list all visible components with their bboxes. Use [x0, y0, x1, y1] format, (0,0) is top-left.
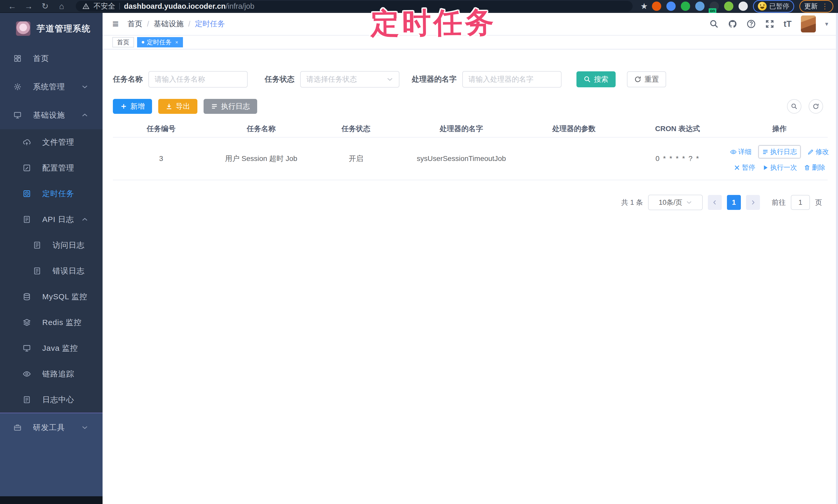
github-icon[interactable]: [728, 19, 737, 29]
browser-back-icon[interactable]: ←: [5, 2, 20, 11]
sidebar-item-redis-监控[interactable]: Redis 监控: [0, 309, 103, 335]
search-icon: [584, 76, 591, 83]
sidebar-item-配置管理[interactable]: 配置管理: [0, 155, 103, 181]
browser-forward-icon[interactable]: →: [21, 2, 36, 11]
ext-green-leaf-icon[interactable]: [724, 2, 733, 11]
browser-refresh-icon[interactable]: ↻: [38, 1, 53, 11]
action-暂停[interactable]: 暂停: [734, 163, 755, 172]
breadcrumb-item[interactable]: 基础设施: [154, 19, 184, 29]
sidebar-item-研发工具[interactable]: 研发工具: [0, 413, 103, 442]
action-执行日志[interactable]: 执行日志: [758, 145, 801, 158]
action-详细[interactable]: 详细: [730, 147, 752, 156]
ext-puzzle-icon[interactable]: [738, 2, 748, 11]
sidebar-item-链路追踪[interactable]: 链路追踪: [0, 361, 103, 387]
page-content: 任务名称 请输入任务名称 任务状态 请选择任务状态 处理器的名字 请输入处理器的…: [103, 50, 838, 504]
action-删除[interactable]: 删除: [804, 163, 825, 172]
ext-green-check-icon[interactable]: [681, 2, 690, 11]
refresh-icon: [813, 103, 819, 110]
close-tag-icon[interactable]: ×: [175, 39, 178, 45]
sidebar-item-java-监控[interactable]: Java 监控: [0, 335, 103, 361]
refresh-table-button[interactable]: [809, 99, 823, 113]
export-button[interactable]: 导出: [158, 99, 197, 114]
ext-blue-cube-icon[interactable]: [695, 2, 704, 11]
help-icon[interactable]: [747, 19, 756, 29]
table-row: 3用户 Session 超时 Job开启sysUserSessionTimeou…: [113, 138, 828, 180]
sidebar-item-label: 文件管理: [42, 137, 74, 148]
job-log-button[interactable]: 执行日志: [204, 99, 257, 114]
sidebar-item-错误日志[interactable]: 错误日志: [0, 258, 103, 284]
sidebar-item-日志中心[interactable]: 日志中心: [0, 387, 103, 413]
job-name-cell-text: 用户 Session 超时 Job: [225, 155, 297, 162]
tag-view-active[interactable]: 定时任务×: [137, 37, 183, 48]
add-button[interactable]: 新增: [113, 99, 152, 114]
doc-icon: [23, 396, 31, 404]
download-icon: [165, 103, 173, 110]
sidebar-item-首页[interactable]: 首页: [0, 44, 103, 73]
action-label: 修改: [816, 147, 829, 156]
toggle-search-button[interactable]: [787, 99, 801, 113]
sidebar-item-基础设施[interactable]: 基础设施: [0, 101, 103, 129]
actions-line: 暂停执行一次删除: [734, 163, 825, 172]
chevron-up-icon: [82, 112, 88, 119]
job-status-select[interactable]: 请选择任务状态: [300, 71, 399, 88]
extension-on-badge: on: [709, 8, 716, 13]
job-name-input[interactable]: 请输入任务名称: [149, 71, 248, 88]
not-secure-warning-icon: [83, 3, 89, 10]
browser-update-button[interactable]: 更新 ⋮: [799, 0, 833, 13]
browser-menu-icon[interactable]: ⋮: [821, 2, 828, 11]
action-执行一次[interactable]: 执行一次: [762, 163, 797, 172]
breadcrumb-separator: /: [188, 20, 190, 28]
page-scrollbar[interactable]: [836, 13, 838, 504]
breadcrumb: 首页/基础设施/定时任务: [127, 19, 225, 29]
ext-dark-switch-icon[interactable]: on: [710, 2, 719, 11]
prev-page-button[interactable]: [708, 195, 722, 210]
reset-button[interactable]: 重置: [627, 71, 666, 87]
bookmark-star-icon[interactable]: ★: [640, 1, 648, 11]
sidebar-item-定时任务[interactable]: 定时任务: [0, 181, 103, 206]
fullscreen-icon[interactable]: [765, 19, 774, 29]
sidebar-logo[interactable]: 芋道管理系统: [0, 13, 103, 44]
list-icon: [211, 103, 218, 110]
handler-name-cell-text: sysUserSessionTimeoutJob: [417, 153, 506, 165]
user-avatar[interactable]: [801, 15, 816, 33]
job-id-cell: 3: [113, 152, 209, 165]
font-size-icon[interactable]: tT: [784, 19, 792, 29]
url-domain: dashboard.yudao.iocoder.cn: [124, 2, 226, 10]
sidebar: 芋道管理系统 首页系统管理基础设施文件管理配置管理定时任务API 日志访问日志错…: [0, 13, 103, 504]
sidebar-item-label: API 日志: [42, 214, 74, 225]
sidebar-item-label: 系统管理: [33, 82, 65, 92]
page-number-current[interactable]: 1: [727, 195, 741, 210]
sidebar-item-label: 研发工具: [33, 422, 65, 433]
jobs-table: 任务编号任务名称任务状态处理器的名字处理器的参数CRON 表达式操作3用户 Se…: [113, 121, 828, 180]
browser-home-icon[interactable]: ⌂: [54, 2, 69, 11]
not-secure-label: 不安全: [93, 1, 115, 11]
ext-orange-ring-icon[interactable]: [652, 2, 661, 11]
handler-name-input[interactable]: 请输入处理器的名字: [462, 71, 561, 88]
sidebar-item-访问日志[interactable]: 访问日志: [0, 232, 103, 258]
next-page-button[interactable]: [746, 195, 760, 210]
sidebar-item-系统管理[interactable]: 系统管理: [0, 73, 103, 101]
sidebar-item-api-日志[interactable]: API 日志: [0, 206, 103, 232]
sidebar-item-label: 基础设施: [33, 110, 65, 121]
breadcrumb-item[interactable]: 首页: [127, 19, 142, 29]
filter-form: 任务名称 请输入任务名称 任务状态 请选择任务状态 处理器的名字 请输入处理器的…: [113, 71, 828, 88]
profile-paused-pill[interactable]: 已暂停: [753, 0, 794, 13]
page-size-select[interactable]: 10条/页: [648, 195, 703, 210]
gear-icon: [13, 83, 22, 91]
goto-page-input[interactable]: 1: [791, 195, 810, 210]
active-dot-icon: [142, 41, 144, 43]
address-bar[interactable]: 不安全 dashboard.yudao.iocoder.cn/infra/job: [76, 1, 633, 12]
search-button[interactable]: 搜索: [576, 71, 616, 87]
action-修改[interactable]: 修改: [807, 147, 829, 156]
collapse-menu-icon[interactable]: ≡: [112, 18, 119, 30]
ext-blue-drop-icon[interactable]: [666, 2, 676, 11]
sidebar-item-文件管理[interactable]: 文件管理: [0, 129, 103, 155]
sidebar-item-mysql-监控[interactable]: MySQL 监控: [0, 284, 103, 309]
avatar-caret-icon[interactable]: ▾: [825, 20, 828, 28]
doc-icon: [33, 241, 41, 249]
tag-view-item[interactable]: 首页: [112, 37, 134, 48]
sidebar-item-label: 日志中心: [42, 395, 74, 405]
app-header: ≡ 首页/基础设施/定时任务 tT ▾: [103, 13, 838, 36]
briefcase-icon: [13, 424, 22, 432]
header-search-icon[interactable]: [710, 19, 719, 29]
